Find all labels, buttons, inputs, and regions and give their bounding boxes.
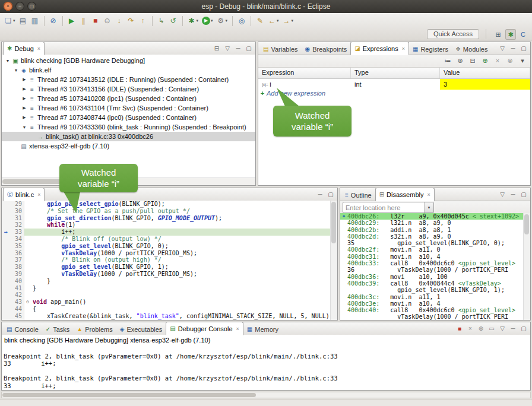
tab-console[interactable]: ▤Console — [3, 323, 42, 335]
close-tab-icon[interactable]: × — [427, 192, 430, 198]
show-type-names-icon[interactable]: ≔ — [444, 57, 452, 65]
clear-console-icon[interactable]: ▭ — [487, 325, 496, 332]
editor-vertical-scrollbar[interactable] — [330, 201, 337, 320]
tab-variables[interactable]: ▤Variables — [259, 43, 302, 55]
view-menu-icon[interactable]: ▽ — [223, 45, 232, 52]
external-tools-button[interactable]: ⚙▾ — [215, 14, 230, 27]
close-tab-icon[interactable]: × — [236, 326, 239, 332]
remove-expression-icon[interactable]: × — [493, 57, 502, 65]
tree-expander-icon[interactable]: ▼ — [12, 68, 20, 72]
tab-registers[interactable]: ▦Registers — [409, 43, 452, 55]
debug-tree-item[interactable]: ▶≡Thread #6 1073431104 (Tmr Svc) (Suspen… — [2, 103, 255, 113]
instruction-stepping-button[interactable]: ↳ — [156, 14, 167, 27]
debug-tree-item[interactable]: ▼≡Thread #9 1073433360 (blink_task : Run… — [2, 122, 255, 132]
scrollbar-thumb[interactable] — [331, 202, 336, 243]
search-button[interactable]: ◎ — [236, 14, 248, 27]
collapse-all-icon[interactable]: ⊟ — [468, 57, 477, 65]
close-tab-icon[interactable]: × — [37, 46, 40, 52]
new-wizard-button[interactable]: ❏▾ — [2, 14, 17, 27]
debug-tree-item[interactable]: →blink_task() at blink.c:33 0x400dbc26 — [2, 132, 255, 141]
expressions-menu-icon[interactable]: ▾ — [518, 57, 527, 65]
tree-expander-icon[interactable]: ▶ — [21, 106, 28, 110]
remove-all-expressions-icon[interactable]: ⊗ — [506, 57, 514, 65]
suspend-button[interactable]: ∥ — [78, 14, 90, 27]
forward-dropdown-arrow[interactable]: ▾ — [292, 18, 294, 23]
tab-debugger-console[interactable]: ▤Debugger Console× — [166, 322, 243, 335]
terminate-button[interactable]: ■ — [90, 14, 102, 27]
maximize-icon[interactable]: ▢ — [520, 45, 528, 52]
step-into-button[interactable]: ↓ — [113, 14, 125, 27]
save-button[interactable]: ▤ — [17, 14, 29, 27]
back-dropdown-arrow[interactable]: ▾ — [277, 18, 279, 23]
tab-tasks[interactable]: ✓Tasks — [42, 323, 74, 335]
debug-tree-item[interactable]: ▼◈blink.elf — [2, 65, 255, 75]
view-menu-icon[interactable]: ▽ — [498, 191, 506, 198]
terminate-icon[interactable]: ■ — [455, 325, 464, 332]
scrollbar-thumb[interactable] — [524, 214, 529, 234]
view-menu-icon[interactable]: ▽ — [498, 45, 506, 52]
tab-modules[interactable]: ❖Modules — [452, 43, 492, 55]
show-logical-structures-icon[interactable]: ⊛ — [456, 57, 464, 65]
debug-tree-item[interactable]: ▶≡Thread #5 1073410208 (ipc1) (Suspended… — [2, 94, 255, 103]
cpp-perspective-icon[interactable]: C — [518, 29, 528, 40]
debug-tree-item[interactable]: ▶≡Thread #3 1073413156 (IDLE) (Suspended… — [2, 84, 255, 94]
location-combo[interactable]: Enter location here ▼ — [343, 202, 434, 213]
step-over-button[interactable]: ↷ — [125, 14, 137, 27]
disassembly-content[interactable]: ◆400dbc26: l32r a9, 0x400d045c < stext+1… — [340, 213, 530, 320]
collapse-all-icon[interactable]: ⊟ — [213, 45, 221, 52]
restart-button[interactable]: ↺ — [167, 14, 179, 27]
column-header-expression[interactable]: Expression — [258, 68, 351, 78]
expression-value[interactable]: 3 — [440, 79, 530, 90]
new-wizard-dropdown-arrow[interactable]: ▾ — [13, 18, 15, 23]
tab-blink-c[interactable]: ⓒblink.c× — [3, 188, 45, 201]
skip-all-breakpoints-button[interactable]: ⊘ — [48, 14, 59, 27]
minimize-icon[interactable]: ─ — [509, 45, 517, 52]
tab-expressions[interactable]: ◪Expressions× — [350, 42, 409, 55]
debug-button[interactable]: ✱▾ — [186, 14, 201, 27]
tab-problems[interactable]: ▲Problems — [73, 323, 116, 335]
external-tools-dropdown-arrow[interactable]: ▾ — [226, 18, 228, 23]
tree-expander-icon[interactable]: ▼ — [21, 125, 28, 129]
tree-expander-icon[interactable]: ▶ — [21, 115, 28, 120]
tab-debug[interactable]: ✱Debug× — [3, 42, 45, 55]
fold-collapse-icon[interactable]: ⊖ — [24, 299, 31, 306]
debug-tree-item[interactable]: ▶≡Thread #2 1073413512 (IDLE : Running) … — [2, 75, 255, 84]
resume-button[interactable]: ▶ — [66, 14, 78, 27]
step-return-button[interactable]: ↑ — [137, 14, 149, 27]
run-dropdown-arrow[interactable]: ▾ — [211, 18, 213, 23]
tree-expander-icon[interactable]: ▶ — [21, 77, 28, 82]
forward-button[interactable]: →▾ — [281, 14, 296, 27]
tree-expander-icon[interactable]: ▶ — [21, 96, 28, 101]
window-close-button[interactable]: × — [4, 2, 12, 11]
view-menu-icon[interactable]: ▽ — [498, 325, 506, 332]
create-watch-expression-icon[interactable]: ⊕ — [481, 57, 489, 65]
debug-tree-item[interactable]: ▤xtensa-esp32-elf-gdb (7.10) — [2, 141, 255, 151]
tab-memory[interactable]: ▦Memory — [243, 323, 282, 335]
save-all-button[interactable]: ▥ — [29, 14, 41, 27]
remove-launch-icon[interactable]: × — [466, 325, 474, 332]
window-maximize-button[interactable]: ▢ — [27, 2, 36, 11]
minimize-icon[interactable]: ─ — [509, 325, 517, 332]
quick-access-button[interactable]: Quick Access — [427, 29, 479, 39]
minimize-icon[interactable]: ─ — [509, 191, 517, 198]
debug-perspective-icon[interactable]: ✱ — [505, 29, 516, 40]
open-perspective-icon[interactable]: ⊞ — [493, 29, 504, 40]
maximize-icon[interactable]: ▢ — [245, 45, 253, 52]
debug-tree[interactable]: ▼▣blink checking [GDB Hardware Debugging… — [2, 55, 255, 178]
maximize-icon[interactable]: ▢ — [327, 191, 335, 198]
minimize-icon[interactable]: ─ — [316, 191, 324, 198]
minimize-icon[interactable]: ─ — [234, 45, 242, 52]
tab-executables[interactable]: ◈Executables — [116, 323, 166, 335]
window-minimize-button[interactable]: – — [15, 2, 24, 11]
debug-dropdown-arrow[interactable]: ▾ — [197, 18, 199, 23]
last-edit-location-button[interactable]: ✎ — [254, 14, 266, 27]
column-header-type[interactable]: Type — [351, 68, 440, 78]
combo-dropdown-icon[interactable]: ▼ — [424, 202, 433, 212]
disconnect-button[interactable]: ⊝ — [102, 14, 113, 27]
tab-disassembly[interactable]: ⊞Disassembly× — [375, 188, 435, 201]
maximize-icon[interactable]: ▢ — [520, 191, 528, 198]
scrollbar-thumb[interactable] — [2, 393, 256, 397]
remove-all-launches-icon[interactable]: ⊗ — [477, 325, 485, 332]
debug-tree-item[interactable]: ▶≡Thread #7 1073408744 (ipc0) (Suspended… — [2, 113, 255, 122]
back-button[interactable]: ←▾ — [266, 14, 281, 27]
